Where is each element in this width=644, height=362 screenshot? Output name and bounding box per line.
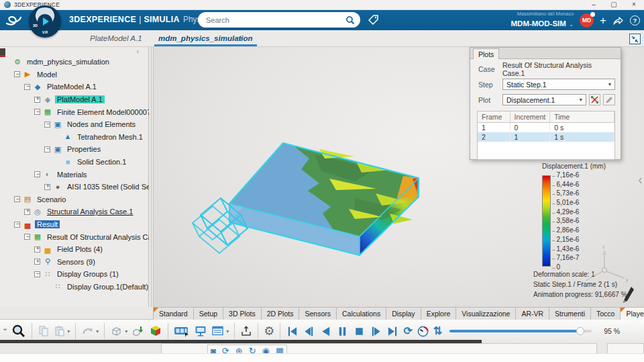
look-at-icon[interactable]: ◉ [262, 347, 270, 353]
2d-plots[interactable]: 2D Plots [261, 307, 300, 320]
animation-slider-thumb[interactable] [576, 327, 584, 335]
workspace-caret-icon[interactable]: ⌄ [569, 21, 574, 28]
results-cube-icon[interactable] [149, 322, 162, 341]
tree-item[interactable]: ∷ Display Group.1(Default) [0, 281, 149, 293]
frame-row[interactable]: 2 1 1 s [478, 132, 614, 142]
tree-item[interactable]: ▤ Scenario [0, 193, 149, 206]
tree-expander[interactable] [24, 84, 30, 90]
playback-speed-icon[interactable] [417, 322, 429, 341]
avatar[interactable]: MD [580, 13, 594, 28]
plot-select[interactable]: Displacement.1 ▾ [502, 94, 586, 105]
tree-expander[interactable] [14, 222, 20, 228]
part-shape-icon[interactable]: ▾ [110, 322, 127, 341]
zoom-command-icon[interactable] [11, 322, 26, 341]
tree-expander[interactable] [34, 246, 40, 253]
tree-item[interactable]: ▲ Tetrahedron Mesh.1 [0, 131, 149, 144]
view-modes-icon[interactable]: ▦ [276, 347, 284, 353]
sensors[interactable]: Sensors [299, 307, 337, 320]
step-select[interactable]: Static Step.1 ▾ [502, 79, 615, 90]
tree-expander[interactable] [44, 122, 50, 128]
tree-item[interactable]: ▅ Field Plots (4) [0, 243, 149, 256]
display[interactable]: Display [386, 307, 421, 320]
add-content-button[interactable]: + [600, 15, 606, 26]
user-block[interactable]: Massimiliano del Monaco MDM-MOD-SIM ⌄ [511, 11, 574, 29]
pause-icon[interactable] [336, 322, 349, 341]
animation-filmstrip-icon[interactable] [174, 322, 190, 341]
tree-expander[interactable] [44, 184, 50, 190]
panel-collapse-icon[interactable]: ‹ [137, 48, 139, 55]
tree-expander[interactable] [34, 171, 40, 177]
tree-item[interactable]: ⚙ mdm_physics_simulation [0, 56, 149, 69]
tree-expander[interactable] [24, 209, 30, 215]
orbit-view-icon[interactable]: ↻ [249, 347, 256, 353]
fit-view-icon[interactable]: ◙ [211, 347, 216, 353]
import-result-icon[interactable] [131, 322, 145, 341]
rotate-view-icon[interactable]: ⟳ [222, 347, 229, 353]
help-icon[interactable]: ? [630, 15, 640, 26]
chevron-down-icon[interactable]: ▾ [67, 328, 70, 334]
tree-item[interactable]: ● AISI 1035 Steel (Solid Section.1) [0, 181, 149, 193]
standard[interactable]: Standard [153, 307, 194, 320]
swap-direction-icon[interactable]: ⇅ [433, 322, 442, 341]
paste-icon[interactable]: ▾ [54, 322, 70, 341]
visualizzazione[interactable]: Visualizzazione [455, 307, 516, 320]
tree-expander[interactable] [34, 259, 40, 265]
chevron-down-icon[interactable]: ▾ [125, 328, 127, 334]
list-view-icon[interactable]: ▾ [211, 322, 229, 341]
step-forward-icon[interactable] [370, 322, 382, 341]
3d-plots[interactable]: 3D Plots [223, 307, 262, 320]
tag-icon[interactable] [368, 14, 380, 26]
tree-item[interactable]: ▅ Result [0, 218, 149, 231]
tree-expander[interactable] [34, 97, 40, 103]
tree-expander[interactable] [14, 196, 20, 202]
player[interactable]: Player [620, 307, 644, 320]
tree-expander[interactable] [34, 271, 40, 277]
toolbar-collapse-icon[interactable]: ⌄ [2, 324, 8, 332]
player-settings-gear-icon[interactable]: ⚙ [264, 322, 274, 341]
frame-row[interactable]: 1 0 0 s [478, 123, 614, 133]
minimize-button[interactable]: – [584, 0, 604, 10]
pan-view-icon[interactable]: ⊕ [235, 347, 243, 353]
restore-layout-icon[interactable] [629, 34, 641, 44]
search-input[interactable] [206, 16, 345, 24]
tree-expander[interactable] [14, 71, 20, 77]
tree-item[interactable]: ◆ PlatModel A.1 [0, 93, 149, 106]
close-button[interactable]: × [624, 0, 644, 10]
ar-vr[interactable]: AR-VR [515, 307, 549, 320]
tree-item[interactable]: ■ Solid Section.1 [0, 156, 149, 169]
share-icon[interactable] [612, 15, 624, 26]
explore[interactable]: Explore [421, 307, 457, 320]
maximize-button[interactable]: ▢ [604, 0, 624, 10]
tree-item[interactable]: ▦ Finite Element Model00000734 [0, 105, 149, 118]
go-to-end-icon[interactable] [386, 322, 399, 341]
tocco[interactable]: Tocco [590, 307, 621, 320]
tree-item[interactable]: ▣ Nodes and Elements [0, 118, 149, 131]
tree-item[interactable]: ◎ Structural Analysis Case.1 [0, 206, 149, 218]
tree-item[interactable]: ⚲ Sensors (9) [0, 256, 149, 269]
tree-item[interactable]: ▣ Properties [0, 143, 149, 156]
3d-compass[interactable]: 3D V.R [29, 5, 61, 38]
edit-plot-button[interactable] [603, 94, 615, 105]
stop-icon[interactable] [353, 322, 366, 341]
copy-icon[interactable] [38, 322, 50, 341]
tree-item[interactable]: ◆ PlateModel A.1 [0, 81, 149, 93]
monitor-icon[interactable] [194, 322, 207, 341]
tree-expander[interactable] [44, 146, 50, 152]
search-icon[interactable] [345, 15, 355, 25]
tree-expander[interactable] [24, 234, 30, 240]
compass-play-icon[interactable] [38, 14, 52, 29]
new-tab-button[interactable]: + [238, 33, 244, 43]
tree-item[interactable]: ▶ Model [0, 69, 149, 81]
tree-item[interactable]: ∷ Display Groups (1) [0, 268, 149, 281]
tab-platemodel[interactable]: PlateModel A.1 [86, 32, 146, 44]
plots-panel-titlebar[interactable]: Plots [470, 48, 621, 59]
tree-item[interactable]: ◐ Materials [0, 168, 149, 181]
strumenti[interactable]: Strumenti [549, 307, 591, 320]
redo-icon[interactable]: ▾ [81, 322, 99, 341]
chevron-down-icon[interactable]: ▾ [226, 328, 229, 334]
play-backward-icon[interactable] [319, 322, 332, 341]
3d-viewport[interactable]: z x y ‹ Plots Case Result Of Structural … [154, 47, 644, 307]
chevron-down-icon[interactable]: ▾ [96, 328, 99, 334]
tree-item[interactable]: ▦ Result Of Structural Analysis Case.1 [0, 230, 149, 243]
setup[interactable]: Setup [193, 307, 223, 320]
